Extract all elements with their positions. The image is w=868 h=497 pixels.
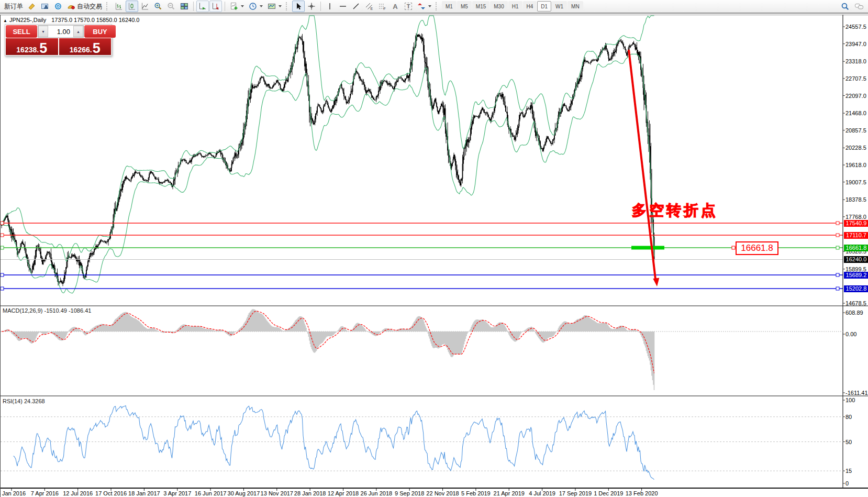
macd-label: MACD(12,26,9) -1510.49 -1086.41: [3, 307, 91, 314]
collapse-triangle-icon[interactable]: ▲: [3, 18, 7, 23]
candlestick-chart-button[interactable]: [126, 1, 138, 12]
vertical-line-icon: [326, 2, 334, 10]
line-end-marker[interactable]: [1, 273, 4, 277]
date-axis-label: 18 Jan 2017: [128, 490, 160, 496]
toolbar-grip: [436, 2, 439, 10]
tag-anchor-marker: [732, 246, 735, 249]
timeframe-m30-button[interactable]: M30: [490, 1, 507, 12]
toolbar-grip: [106, 2, 109, 10]
volume-increase-button[interactable]: ▲: [73, 26, 83, 37]
tile-windows-icon: [180, 2, 188, 10]
chat-button[interactable]: [852, 1, 866, 12]
fibonacci-button[interactable]: F: [376, 1, 388, 12]
autotrade-button[interactable]: 自动交易: [65, 1, 104, 12]
line-end-marker[interactable]: [836, 273, 839, 277]
timeframe-m5-button[interactable]: M5: [457, 1, 472, 12]
timeframe-h1-button[interactable]: H1: [508, 1, 522, 12]
line-end-marker[interactable]: [1, 246, 4, 249]
text-button[interactable]: A: [389, 1, 402, 12]
navigator-button[interactable]: [39, 1, 51, 12]
cursor-button[interactable]: [292, 1, 305, 12]
templates-icon: [268, 2, 276, 10]
line-end-marker[interactable]: [836, 246, 839, 249]
equidistant-channel-button[interactable]: E: [363, 1, 375, 12]
cursor-icon: [294, 2, 303, 10]
date-axis-label: 26 Jun 2018: [361, 490, 393, 496]
timeframe-w1-button[interactable]: W1: [552, 1, 567, 12]
trend-arrow[interactable]: [629, 50, 655, 279]
line-chart-button[interactable]: [139, 1, 151, 12]
text-icon: A: [393, 3, 397, 10]
toolbar: 新订单 自动交易: [0, 0, 868, 14]
trend-arrow-head: [653, 278, 659, 287]
text-label-button[interactable]: T: [402, 1, 415, 12]
terminal-button[interactable]: [52, 1, 64, 12]
buy-price[interactable]: 16266. 5: [59, 38, 112, 55]
price-axis-tick: 24557.5: [845, 24, 866, 30]
trend-reversal-annotation[interactable]: 多空转折点: [632, 201, 718, 220]
crosshair-icon: [307, 2, 316, 10]
trendline-button[interactable]: [350, 1, 362, 12]
crosshair-button[interactable]: [305, 1, 318, 12]
date-axis-label: 3 Apr 2017: [163, 490, 191, 496]
price-chart-canvas[interactable]: [1, 15, 868, 497]
date-axis-label: 5 Feb 2019: [461, 490, 491, 496]
horizontal-line-icon: [339, 2, 347, 10]
terminal-icon: [54, 2, 62, 10]
search-button[interactable]: [839, 1, 852, 12]
price-line-tag: 16240.0: [844, 256, 868, 263]
zoom-in-button[interactable]: [152, 1, 164, 12]
candle-wicks: [2, 34, 654, 286]
market-watch-icon: [28, 2, 36, 10]
dropdown-arrow-icon: [279, 5, 282, 7]
bar-chart-button[interactable]: [113, 1, 125, 12]
line-end-marker[interactable]: [1, 222, 4, 225]
zoom-in-icon: [154, 2, 162, 10]
timeframe-d1-button[interactable]: D1: [537, 1, 551, 12]
timeframe-m1-button[interactable]: M1: [442, 1, 457, 12]
zoom-out-button[interactable]: [165, 1, 177, 12]
volume-input[interactable]: [48, 26, 73, 37]
volume-decrease-button[interactable]: ▼: [38, 26, 48, 37]
sell-price[interactable]: 16238. 5: [6, 38, 58, 55]
trade-panel-prices: 16238. 5 16266. 5: [5, 38, 112, 56]
date-axis-label: 1 Dec 2019: [594, 490, 623, 496]
buy-button[interactable]: BUY: [84, 25, 116, 38]
arrows-button[interactable]: [415, 1, 433, 12]
price-axis-tick: 19618.0: [845, 162, 866, 168]
price-line-tag: 15202.8: [844, 285, 868, 292]
tile-windows-button[interactable]: [178, 1, 191, 12]
line-end-marker[interactable]: [836, 222, 839, 225]
new-order-button[interactable]: 新订单: [2, 1, 25, 12]
chart-shift-button[interactable]: [209, 1, 222, 12]
line-end-marker[interactable]: [836, 287, 839, 290]
price-axis-tick: 22097.0: [845, 93, 866, 99]
date-axis-label: 16 Jun 2017: [195, 490, 227, 496]
date-axis-label: 4 Jul 2019: [529, 490, 555, 496]
vertical-line-button[interactable]: [324, 1, 336, 12]
auto-scroll-button[interactable]: [196, 1, 209, 12]
line-end-marker[interactable]: [1, 234, 4, 237]
bar-chart-icon: [115, 2, 123, 10]
price-axis-tick: 23947.0: [845, 41, 866, 47]
templates-button[interactable]: [265, 1, 284, 12]
timeframe-mn-button[interactable]: MN: [567, 1, 583, 12]
arrows-icon: [417, 2, 426, 10]
highlight-segment[interactable]: [631, 246, 664, 250]
date-axis-label: 13 Nov 2017: [261, 490, 293, 496]
line-end-marker[interactable]: [1, 287, 4, 290]
periods-button[interactable]: [247, 1, 265, 12]
timeframe-m15-button[interactable]: M15: [472, 1, 489, 12]
indicators-button[interactable]: [228, 1, 246, 12]
line-end-marker[interactable]: [836, 234, 839, 237]
channel-sub-glyph: E: [371, 7, 373, 10]
horizontal-line-button[interactable]: [337, 1, 349, 12]
sell-button[interactable]: SELL: [6, 25, 37, 38]
price-axis-tick: 18378.5: [845, 196, 866, 203]
ohlc-values: 17375.0 17570.0 15850.0 16240.0: [51, 17, 139, 23]
fibonacci-sub-glyph: F: [384, 7, 386, 10]
market-watch-button[interactable]: [26, 1, 38, 12]
price-axis-tick: 22707.5: [845, 75, 866, 82]
timeframe-h4-button[interactable]: H4: [523, 1, 537, 12]
price-tag-label[interactable]: 16661.8: [736, 241, 778, 255]
